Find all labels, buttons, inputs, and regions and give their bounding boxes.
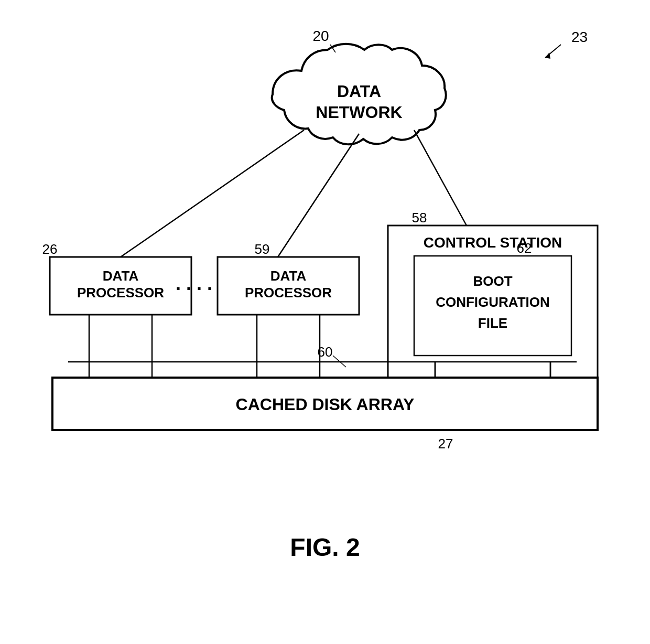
svg-text:PROCESSOR: PROCESSOR	[245, 285, 332, 300]
svg-text:DATA: DATA	[270, 268, 307, 284]
ref-23: 23	[571, 29, 588, 45]
svg-text:PROCESSOR: PROCESSOR	[77, 285, 164, 300]
boot-config-file: BOOT CONFIGURATION FILE 62	[414, 240, 571, 356]
svg-text:58: 58	[412, 210, 427, 226]
data-processor-left: DATA PROCESSOR 26	[42, 241, 191, 315]
fig-label: FIG. 2	[290, 533, 360, 561]
ellipsis-dots: . . . .	[176, 273, 212, 294]
svg-text:27: 27	[438, 436, 453, 452]
data-network-cloud: 20 DATA NETWORK	[272, 28, 446, 144]
svg-line-4	[121, 130, 304, 257]
svg-text:CONFIGURATION: CONFIGURATION	[436, 294, 550, 310]
diagram-container: 23 20 DATA NETWORK DATA PROCESSOR 2	[0, 0, 650, 644]
svg-text:62: 62	[517, 240, 532, 256]
svg-text:26: 26	[42, 241, 58, 257]
svg-text:FILE: FILE	[478, 315, 507, 331]
svg-line-5	[278, 134, 359, 257]
svg-text:DATA: DATA	[103, 268, 139, 284]
data-network-label2: NETWORK	[316, 103, 402, 122]
svg-text:20: 20	[312, 28, 329, 44]
svg-text:CACHED DISK ARRAY: CACHED DISK ARRAY	[236, 395, 415, 414]
ref-60: 60	[318, 344, 333, 360]
svg-text:BOOT: BOOT	[473, 273, 512, 289]
svg-text:59: 59	[255, 241, 270, 257]
cached-disk-array: CACHED DISK ARRAY 27	[52, 378, 598, 452]
data-processor-center: DATA PROCESSOR 59	[218, 241, 359, 315]
svg-text:CONTROL STATION: CONTROL STATION	[424, 234, 562, 251]
data-network-label: DATA	[337, 82, 381, 101]
control-station: CONTROL STATION 58 BOOT CONFIGURATION FI…	[388, 210, 598, 378]
